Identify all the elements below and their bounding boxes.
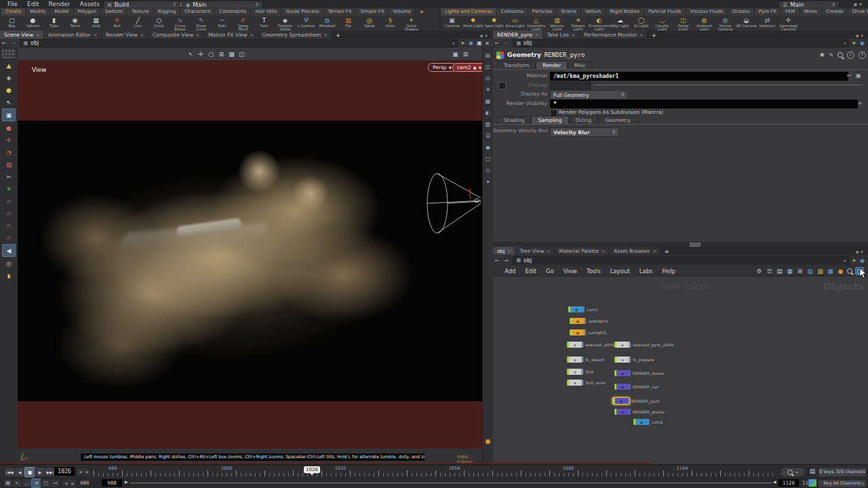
range-step-forward-button[interactable]: ▶	[69, 479, 77, 488]
frame-icon[interactable]: ▢	[484, 154, 492, 164]
shelf-tab-drive-simulation[interactable]: Drive Simulation	[848, 8, 868, 16]
split-icon[interactable]: ◫	[484, 62, 492, 72]
view-mask-icon[interactable]: ◎	[3, 258, 15, 269]
shelf-tool-helix[interactable]: §Helix	[380, 16, 401, 30]
close-icon[interactable]: ✕	[250, 33, 254, 37]
shelf-tool-platonic-solids[interactable]: ◆Platonic Solids	[275, 16, 296, 30]
shelf-tab-hair-utils[interactable]: Hair Utils	[251, 8, 281, 16]
focus-icon[interactable]: ◉	[484, 142, 492, 152]
shelf-tab-modify[interactable]: Modify	[26, 8, 50, 16]
info-icon[interactable]: i	[847, 52, 854, 59]
shelf-tab-deform[interactable]: Deform	[101, 8, 127, 16]
pane-menu-icon[interactable]: ▪▾	[856, 33, 868, 39]
net-menu-edit[interactable]: Edit	[520, 268, 540, 274]
shelf-tool-point-light[interactable]: ✹Point Light	[462, 16, 484, 30]
shelf-tab-create[interactable]: Create	[1, 8, 26, 16]
camera-select-button[interactable]: cam2 ● ▼	[452, 63, 482, 72]
pin-icon[interactable]: ➤	[460, 40, 465, 46]
net-pane-tab-obj[interactable]: obj✕	[493, 247, 515, 255]
export-keys-icon[interactable]: ▤	[3, 479, 13, 488]
world-icon[interactable]: ◉	[469, 40, 473, 46]
snap-grid-icon[interactable]: ∩	[3, 195, 15, 207]
shadow-icon[interactable]: ◐	[484, 108, 492, 118]
shelf-tool-line[interactable]: ╱Line	[127, 16, 149, 30]
net-pane-tab-material-palette[interactable]: Material Palette✕	[555, 247, 610, 255]
render-flag[interactable]	[629, 384, 631, 390]
render-visibility-field[interactable]: *	[550, 100, 858, 108]
node-spotlight1[interactable]: ●	[570, 318, 586, 324]
help-icon[interactable]: ?	[859, 52, 866, 59]
render-flag[interactable]	[584, 318, 586, 324]
back-icon[interactable]: ←	[493, 40, 502, 46]
shelf-tool-portal-light[interactable]: ◫Portal Light	[673, 16, 694, 30]
dotted-range-icon[interactable]: ▢	[41, 479, 51, 488]
pane-tab-geometry-spreadsheet[interactable]: Geometry Spreadsheet✕	[258, 30, 332, 39]
add-pane-tab-button[interactable]: +	[648, 32, 660, 39]
shelf-tool-geometry-light[interactable]: △Geometry Light	[526, 16, 547, 30]
scene-viewport[interactable]: ↖✛○⊞▦◫ ▣⊞	[18, 47, 482, 464]
shelf-tool-font[interactable]: TFont	[254, 16, 275, 30]
shelf-tool-vr-camera[interactable]: ◒VR Camera	[736, 16, 757, 30]
back-icon[interactable]: ←	[493, 258, 502, 264]
window-controls-icon[interactable]: ▪▾	[854, 1, 864, 7]
render-flag[interactable]	[648, 419, 650, 425]
note-icon[interactable]: ▨	[816, 268, 824, 274]
shelf-tab-rigid-bodies[interactable]: Rigid Bodies	[606, 8, 644, 16]
audio-icon[interactable]: ◀	[2, 244, 16, 257]
timeline-zoom-button[interactable]: ▾	[780, 467, 806, 477]
shelf-tool-torus[interactable]: ◉Torus	[64, 16, 85, 30]
camera-view-icon[interactable]: ◎	[484, 73, 492, 83]
render-flag[interactable]	[584, 329, 586, 336]
world-icon[interactable]: ◉	[860, 258, 865, 264]
pointer-keys-icon[interactable]: ↖	[12, 479, 22, 488]
shelf-tool-draw-curve[interactable]: ✎Draw Curve	[191, 16, 212, 30]
shelf-tool-l-system[interactable]: ΨL-System	[296, 16, 317, 30]
shade-icon[interactable]: ◫	[237, 51, 247, 58]
menu-assets[interactable]: Assets	[75, 0, 104, 8]
add-pane-tab-button[interactable]: +	[660, 248, 673, 255]
shelf-tool-spiral[interactable]: @Spiral	[359, 16, 380, 30]
shelf-tool-camera[interactable]: ▣Camera	[441, 16, 462, 30]
color-icon[interactable]: ▩	[827, 268, 834, 274]
velocity-blur-dropdown[interactable]: Velocity Blur ↕	[550, 127, 619, 137]
star-icon[interactable]: ✦	[484, 177, 492, 187]
render-flag[interactable]	[581, 380, 583, 386]
move-handle-icon[interactable]: ✛	[196, 51, 206, 58]
keys-status-button[interactable]: 0 keys, 0/0 channels	[818, 467, 867, 477]
shelf-tool-stereo-camera[interactable]: ◎Stereo Camera	[715, 16, 736, 30]
shelf-tool-ambient-light[interactable]: ◍Ambient Light	[694, 16, 715, 30]
material-icon[interactable]: ◈	[3, 72, 15, 83]
grid-large-icon[interactable]: ▦	[786, 268, 793, 274]
node-suv[interactable]: ◈	[567, 369, 583, 375]
timeline-ruler[interactable]: 98410081032105610801104 1026	[91, 465, 773, 479]
close-icon[interactable]: ✕	[507, 249, 511, 253]
rotate-icon[interactable]: ◔	[3, 146, 15, 158]
render-flag[interactable]	[629, 342, 631, 348]
simcache-icon[interactable]: ◡	[22, 479, 32, 488]
shelf-tab-wires[interactable]: Wires	[800, 8, 822, 16]
shelf-tab-vellum[interactable]: Vellum	[581, 8, 606, 16]
net-pane-tab-asset-browser[interactable]: Asset Browser✕	[610, 247, 660, 255]
expand-icon[interactable]: ⊞	[460, 51, 471, 58]
shelf-tool-gamepad-camera[interactable]: ✛Gamepad Camera	[778, 16, 799, 30]
net-menu-layout[interactable]: Layout	[606, 268, 635, 274]
shelf-tab-crowds[interactable]: Crowds	[822, 8, 848, 16]
hierarchy-icon[interactable]: ☰	[766, 268, 773, 274]
shelf-tool-environment-light[interactable]: ◐Environment Light	[589, 16, 610, 30]
shelf-tool-curve-bezier[interactable]: ∿Curve Bezier	[170, 16, 191, 30]
shelf-tab-collisions[interactable]: Collisions	[497, 8, 528, 16]
shelf-tool-spot-light[interactable]: ✺Spot Light	[484, 16, 505, 30]
snap-point-icon[interactable]: ∩	[3, 207, 15, 219]
shelf-tool-volume-light[interactable]: ▥Volume Light	[547, 16, 568, 30]
range-start-field[interactable]: 988	[102, 479, 122, 487]
node-render-dunes[interactable]: ◆	[614, 370, 631, 376]
shelf-tool-caustic-light[interactable]: ◡Caustic Light	[652, 16, 673, 30]
range-start-handle[interactable]: ▶	[125, 479, 128, 484]
add-pane-tab-button[interactable]: +	[332, 32, 344, 39]
shelf-tab-terrain-fx[interactable]: Terrain FX	[324, 8, 357, 16]
close-icon[interactable]: ✕	[601, 249, 605, 253]
shelf-tab-texture[interactable]: Texture	[127, 8, 154, 16]
forward-icon[interactable]: →	[502, 258, 511, 264]
layout-icon[interactable]: ▣	[450, 51, 460, 58]
dot-icon[interactable]: ●	[837, 268, 844, 274]
